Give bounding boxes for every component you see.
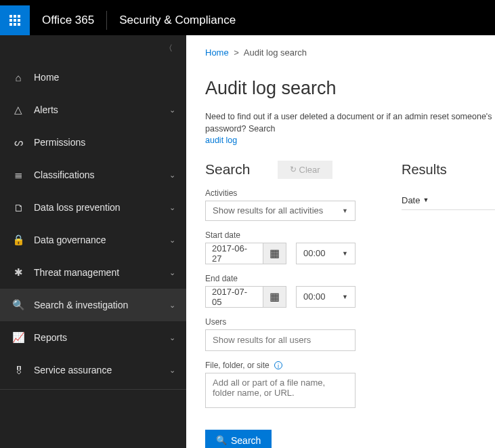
help-text-prefix: Need to find out if a user deleted a doc… [205,112,492,134]
breadcrumb-home[interactable]: Home [205,47,229,58]
help-link-audit-log[interactable]: audit log [205,136,237,145]
nav-item-service-assurance[interactable]: 🎖 Service assurance ⌄ [0,354,186,386]
end-date-calendar-button[interactable]: ▦ [263,287,286,307]
end-date-label: End date [205,274,381,283]
start-time-select[interactable]: 00:00 ▼ [296,243,356,264]
results-column-date[interactable]: Date ▼ [402,195,495,210]
clear-button[interactable]: ↻ Clear [278,161,332,179]
info-icon[interactable]: i [274,361,282,369]
nav-item-threat[interactable]: ✱ Threat management ⌄ [0,256,186,289]
caret-down-icon: ▼ [342,293,348,300]
nav-separator [0,389,186,390]
nav-item-label: Data governance [34,235,169,245]
activities-dropdown[interactable]: Show results for all activities ▼ [205,201,356,221]
end-time-value: 00:00 [303,291,326,302]
browser-chrome-strip [0,0,495,5]
list-icon: ≣ [11,169,26,181]
nav-item-label: Search & investigation [34,300,169,310]
collapse-nav-button[interactable]: 〈 [0,35,186,61]
nav-item-label: Threat management [34,267,169,278]
calendar-icon: ▦ [270,247,280,260]
search-icon: 🔍 [11,299,26,311]
refresh-icon: ↻ [290,165,297,174]
chevron-down-icon: ⌄ [169,301,175,310]
page-title: Audit log search [205,78,495,99]
ribbon-icon: 🎖 [11,365,26,376]
nav-item-data-governance[interactable]: 🔒 Data governance ⌄ [0,224,186,256]
search-button[interactable]: 🔍 Search [205,430,272,449]
chevron-down-icon: ⌄ [169,366,175,375]
nav-item-alerts[interactable]: △ Alerts ⌄ [0,94,186,126]
clear-button-label: Clear [299,165,320,175]
results-column-date-label: Date [402,195,420,205]
end-date-value: 2017-07-05 [206,287,263,307]
chevron-down-icon: ⌄ [169,268,175,277]
home-icon: ⌂ [11,72,26,83]
file-label-text: File, folder, or site [205,361,270,370]
people-icon: ᔕ [11,136,26,148]
search-panel: Search ↻ Clear Activities Show results f… [205,161,381,449]
caret-down-icon: ▼ [342,250,348,257]
waffle-icon [9,15,20,26]
start-date-calendar-button[interactable]: ▦ [263,243,286,264]
chevron-down-icon: ⌄ [169,236,175,245]
caret-down-icon: ▼ [423,197,429,203]
o365-header: Office 365 Security & Compliance [0,5,495,35]
nav-item-label: Alerts [34,104,169,115]
start-date-value: 2017-06-27 [206,243,263,264]
nav-item-label: Reports [34,332,169,343]
chevron-down-icon: ⌄ [169,203,175,212]
start-date-label: Start date [205,230,381,240]
chevron-down-icon: ⌄ [169,106,175,115]
breadcrumb: Home > Audit log search [205,47,495,58]
nav-item-dlp[interactable]: 🗋 Data loss prevention ⌄ [0,191,186,224]
start-date-input[interactable]: 2017-06-27 ▦ [205,243,286,264]
nav-item-label: Data loss prevention [34,202,169,213]
brand-label: Office 365 [30,14,106,27]
breadcrumb-sep: > [234,47,239,58]
app-launcher-button[interactable] [0,5,30,35]
results-panel: Results Date ▼ [402,161,495,449]
activities-label: Activities [205,188,381,198]
nav-item-label: Classifications [34,169,169,180]
nav-item-label: Permissions [34,137,175,148]
chevron-down-icon: ⌄ [169,333,175,342]
search-button-label: Search [231,435,261,446]
chart-icon: 📈 [11,331,26,344]
side-nav: 〈 ⌂ Home △ Alerts ⌄ ᔕ Permissions ≣ Clas… [0,35,186,448]
activities-value: Show results for all activities [213,205,323,216]
nav-item-label: Home [34,72,175,83]
file-input[interactable] [205,373,356,408]
nav-item-search-investigation[interactable]: 🔍 Search & investigation ⌄ [0,289,186,321]
shield-icon: 🗋 [11,202,26,213]
main-content: Home > Audit log search Audit log search… [186,35,495,448]
file-label: File, folder, or site i [205,361,381,370]
nav-item-permissions[interactable]: ᔕ Permissions [0,126,186,159]
search-heading: Search [205,161,251,178]
users-input[interactable] [205,329,356,351]
chevron-down-icon: ⌄ [169,171,175,180]
app-title: Security & Compliance [107,14,248,27]
chevron-left-icon: 〈 [165,43,173,54]
search-icon: 🔍 [216,435,227,445]
help-text: Need to find out if a user deleted a doc… [205,111,495,147]
alert-icon: △ [11,104,26,116]
calendar-icon: ▦ [270,290,280,303]
nav-item-label: Service assurance [34,365,169,375]
breadcrumb-current: Audit log search [244,47,307,58]
start-time-value: 00:00 [303,248,326,258]
threat-icon: ✱ [11,266,26,279]
lock-icon: 🔒 [11,234,26,246]
users-label: Users [205,317,381,327]
end-date-input[interactable]: 2017-07-05 ▦ [205,286,286,308]
end-time-select[interactable]: 00:00 ▼ [296,286,356,308]
nav-item-home[interactable]: ⌂ Home [0,61,186,94]
caret-down-icon: ▼ [342,207,348,214]
results-heading: Results [402,162,495,178]
nav-item-reports[interactable]: 📈 Reports ⌄ [0,321,186,354]
nav-item-classifications[interactable]: ≣ Classifications ⌄ [0,159,186,191]
